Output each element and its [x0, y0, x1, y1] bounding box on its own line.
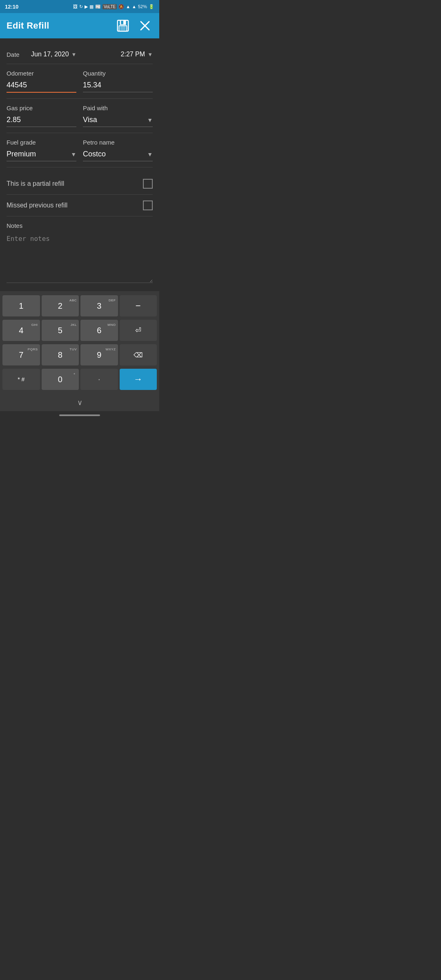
- keyboard-footer: ∨: [0, 394, 159, 411]
- keyboard-collapse-chevron[interactable]: ∨: [77, 398, 82, 407]
- petroname-dropdown[interactable]: Costco ▼: [83, 148, 153, 161]
- key-symbols[interactable]: * #: [2, 369, 40, 390]
- time-value-group[interactable]: 2:27 PM ▼: [92, 51, 153, 58]
- petroname-arrow: ▼: [147, 151, 153, 158]
- quantity-label: Quantity: [83, 70, 153, 77]
- fuelgrade-value: Premium: [7, 150, 71, 158]
- paidwith-value: Visa: [83, 116, 147, 124]
- gasprice-paidwith-row: Gas price Paid with Visa ▼: [7, 105, 153, 127]
- gasprice-label: Gas price: [7, 105, 76, 111]
- close-icon: [139, 20, 151, 32]
- notes-label: Notes: [7, 222, 153, 229]
- paidwith-dropdown[interactable]: Visa ▼: [83, 114, 153, 127]
- keyboard: 1 2ABC 3DEF − 4GHI 5JKL 6MNO ⏎ 7PQRS 8TU…: [0, 291, 159, 394]
- key-minus[interactable]: −: [120, 295, 157, 316]
- keyboard-row-1: 1 2ABC 3DEF −: [2, 294, 158, 317]
- key-next[interactable]: →: [120, 369, 157, 390]
- svg-rect-3: [120, 26, 125, 30]
- petroname-label: Petro name: [83, 139, 153, 146]
- nav-indicator: [59, 414, 100, 416]
- status-bar: 12:10 🖼 ↻ ▶ ▦ 📰 VoLTE 🔕 ▲ ▲ 52% 🔋: [0, 0, 159, 13]
- battery-text: 52%: [138, 4, 147, 9]
- battery-icon: 🔋: [149, 4, 154, 9]
- news-icon: 📰: [95, 4, 101, 9]
- status-icons: 🖼 ↻ ▶ ▦ 📰 VoLTE 🔕 ▲ ▲ 52% 🔋: [73, 4, 154, 9]
- partial-refill-checkbox[interactable]: [143, 179, 153, 189]
- key-9[interactable]: 9WXYZ: [80, 344, 118, 365]
- odometer-input[interactable]: [7, 79, 76, 93]
- partial-refill-row[interactable]: This is a partial refill: [7, 173, 153, 195]
- key-8[interactable]: 8TUV: [42, 344, 79, 365]
- quantity-field: Quantity: [83, 70, 153, 93]
- time-value: 2:27 PM: [121, 51, 145, 58]
- fuelgrade-label: Fuel grade: [7, 139, 76, 146]
- odometer-field: Odometer: [7, 70, 76, 93]
- top-bar: Edit Refill: [0, 13, 159, 38]
- page-title: Edit Refill: [7, 20, 49, 31]
- key-dot[interactable]: ·: [80, 369, 118, 390]
- gasprice-field: Gas price: [7, 105, 76, 127]
- mute-icon: 🔕: [118, 4, 124, 9]
- form-area: Date Jun 17, 2020 ▼ 2:27 PM ▼ Odometer Q…: [0, 38, 159, 285]
- save-button[interactable]: [114, 17, 131, 34]
- paidwith-field: Paid with Visa ▼: [83, 105, 153, 127]
- notes-input[interactable]: [7, 233, 153, 283]
- fuelgrade-field: Fuel grade Premium ▼: [7, 139, 76, 161]
- odometer-label: Odometer: [7, 70, 76, 77]
- quantity-input[interactable]: [83, 79, 153, 92]
- fuelgrade-dropdown[interactable]: Premium ▼: [7, 148, 76, 161]
- divider-2: [7, 133, 153, 133]
- partial-refill-label: This is a partial refill: [7, 180, 64, 187]
- gasprice-input[interactable]: [7, 114, 76, 127]
- key-2[interactable]: 2ABC: [42, 295, 79, 316]
- status-time: 12:10: [5, 4, 18, 10]
- date-label: Date: [7, 51, 31, 58]
- date-value: Jun 17, 2020: [31, 51, 69, 58]
- key-4[interactable]: 4GHI: [2, 320, 40, 341]
- pixiv-icon: 🖼: [73, 4, 78, 9]
- key-6[interactable]: 6MNO: [80, 320, 118, 341]
- top-bar-actions: [114, 17, 153, 34]
- missed-refill-checkbox[interactable]: [143, 200, 153, 210]
- save-icon: [116, 19, 130, 33]
- key-backspace[interactable]: ⌫: [120, 344, 157, 365]
- key-7[interactable]: 7PQRS: [2, 344, 40, 365]
- keyboard-row-2: 4GHI 5JKL 6MNO ⏎: [2, 319, 158, 342]
- nav-bar: [0, 411, 159, 419]
- close-button[interactable]: [137, 18, 153, 33]
- petroname-field: Petro name Costco ▼: [83, 139, 153, 161]
- key-5[interactable]: 5JKL: [42, 320, 79, 341]
- notes-section: Notes: [7, 216, 153, 285]
- key-enter[interactable]: ⏎: [120, 320, 157, 341]
- fuelgrade-arrow: ▼: [71, 151, 76, 158]
- signal-icon: ▲: [132, 4, 136, 9]
- volte-label: VoLTE: [102, 4, 117, 9]
- time-dropdown-arrow: ▼: [147, 51, 153, 58]
- missed-refill-row[interactable]: Missed previous refill: [7, 195, 153, 216]
- play-icon: ▶: [85, 4, 88, 9]
- calendar-icon: ▦: [89, 4, 94, 9]
- key-3[interactable]: 3DEF: [80, 295, 118, 316]
- odometer-quantity-row: Odometer Quantity: [7, 70, 153, 93]
- date-row: Date Jun 17, 2020 ▼ 2:27 PM ▼: [7, 45, 153, 64]
- date-dropdown-arrow: ▼: [71, 51, 77, 58]
- paidwith-label: Paid with: [83, 105, 153, 111]
- divider-1: [7, 98, 153, 99]
- key-0[interactable]: 0+: [42, 369, 79, 390]
- keyboard-row-4: * # 0+ · →: [2, 368, 158, 391]
- petroname-value: Costco: [83, 150, 147, 158]
- date-value-group[interactable]: Jun 17, 2020 ▼: [31, 51, 92, 58]
- sync-icon: ↻: [79, 4, 83, 9]
- keyboard-row-3: 7PQRS 8TUV 9WXYZ ⌫: [2, 343, 158, 366]
- key-1[interactable]: 1: [2, 295, 40, 316]
- missed-refill-label: Missed previous refill: [7, 202, 67, 209]
- wifi-icon: ▲: [126, 4, 130, 9]
- svg-rect-4: [121, 21, 123, 24]
- fuelgrade-petroname-row: Fuel grade Premium ▼ Petro name Costco ▼: [7, 139, 153, 161]
- divider-3: [7, 167, 153, 167]
- paidwith-arrow: ▼: [147, 117, 153, 123]
